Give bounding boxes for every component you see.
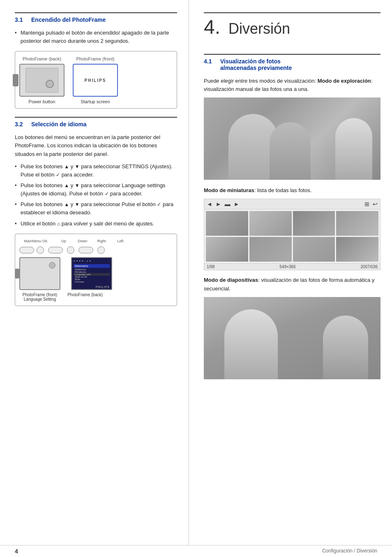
up-icon2: ▲ [64, 182, 69, 190]
section41-num: 4.1 [204, 58, 216, 65]
thumbnail-toolbar: ◄ ► ▬ ► ⊞ ↩ [204, 199, 380, 209]
mode2-bold: Modo de miniaturas [204, 187, 254, 193]
diagram-31-captions: Power button Startup screen [19, 99, 173, 104]
photo-display-1: 01:42 [204, 97, 380, 180]
section-32-intro: Los botones del menú se encuentran en la… [15, 133, 177, 158]
page-number: 4 [15, 548, 18, 555]
photoframe-back-img [19, 64, 65, 97]
person-silhouette-3 [335, 118, 372, 180]
front-device-container: ● ● ● ● ✓ ● Mainmenu Slideshow [71, 257, 116, 290]
play-icon[interactable]: ► [234, 201, 240, 207]
back-device-img [19, 257, 60, 290]
screen-toolbar: ● ● ● ● ✓ ● [74, 260, 110, 262]
screen-check: ✓ [86, 260, 88, 262]
person-silhouette-5 [323, 316, 368, 379]
section-31-header: 3.1 Encendido del PhotoFrame [15, 12, 177, 23]
thumb-4 [336, 211, 378, 236]
status-date: 2007/036 [360, 265, 378, 269]
section-31-bullets: Mantenga pulsado el botón de encendido/ … [15, 29, 177, 45]
lens-icon [46, 80, 54, 88]
photo-display-2: 01:42 [204, 297, 380, 379]
thumb-3 [293, 211, 335, 236]
screen-icon5: ● [90, 260, 91, 262]
controls-labels-row: MainMenu OK Up Down Right Left [19, 239, 173, 243]
bullet-32-4: Utilice el botón ⌂ para volver y salir d… [15, 220, 177, 228]
up-icon: ▲ [64, 163, 69, 171]
footer: 4 Configuración / Diversión [0, 545, 392, 557]
section4-header: 4. Diversión [204, 12, 380, 46]
power-btn-side [15, 269, 19, 278]
next-icon[interactable]: ► [216, 201, 221, 207]
section41-title: Visualización de fotos almacenadas previ… [220, 58, 292, 71]
down-btn[interactable] [67, 246, 74, 254]
mode3-bold: Modo de diapositivas [204, 277, 258, 283]
section41-header: 4.1 Visualización de fotos almacenadas p… [204, 54, 380, 71]
ctrl-label-down: Down [75, 239, 90, 243]
mode1-bold: Modo de exploración [318, 78, 371, 84]
front-device-img: ● ● ● ● ✓ ● Mainmenu Slideshow [71, 257, 112, 290]
diagram-31: PhotoFrame (back) PhotoFrame (front) [15, 51, 177, 109]
bullet-32-3: Pulse los botones ▲ y ▼ para seleccionar… [15, 200, 177, 217]
screen-icon4: ● [82, 260, 83, 262]
diagram-31-inner: PhotoFrame (back) PhotoFrame (front) [19, 56, 173, 97]
section41-title-line1: Visualización de fotos [220, 58, 281, 65]
down-icon2: ▼ [75, 182, 80, 190]
up-icon3: ▲ [64, 201, 69, 209]
left-column: 3.1 Encendido del PhotoFrame Mantenga pu… [0, 0, 189, 545]
expand-icon[interactable]: ⊞ [364, 201, 369, 207]
screen-icon2: ● [76, 260, 78, 262]
right-column: 4. Diversión 4.1 Visualización de fotos … [189, 0, 392, 545]
menu-item-mainmenu: Mainmenu [74, 264, 110, 268]
prev-icon[interactable]: ◄ [207, 201, 212, 207]
back-icon[interactable]: ↩ [373, 201, 378, 207]
ctrl-label-left: Left [113, 239, 128, 243]
photoframe-front-img: PHILIPS [73, 64, 118, 97]
left-btn[interactable] [97, 246, 105, 254]
section-32-title: Selección de idioma [31, 121, 87, 128]
ctrl-label-right: Right [94, 239, 109, 243]
main-btn-group [19, 246, 44, 254]
mainmenu-btn[interactable] [19, 247, 34, 253]
ok-btn[interactable] [37, 246, 44, 254]
devices-row: ● ● ● ● ✓ ● Mainmenu Slideshow [19, 257, 173, 290]
photoframe-back-side: PhotoFrame (back) [19, 56, 65, 97]
section-32-bullets: Pulse los botones ▲ y ▼ para seleccionar… [15, 162, 177, 228]
check-icon: ✓ [56, 171, 60, 179]
front-label: PhotoFrame (front) [76, 56, 115, 61]
check-icon2: ✓ [105, 190, 109, 198]
down-icon: ▼ [75, 163, 80, 171]
thumb-8 [336, 237, 378, 262]
back-label: PhotoFrame (back) [23, 56, 61, 61]
ctrl-label-up: Up [56, 239, 71, 243]
grid-icon[interactable]: ▬ [225, 201, 231, 207]
page: 3.1 Encendido del PhotoFrame Mantenga pu… [0, 0, 392, 557]
thumb-2 [249, 211, 292, 236]
thumbnail-grid [204, 209, 380, 264]
bullet-31-1: Mantenga pulsado el botón de encendido/ … [15, 29, 177, 45]
bullet-32-1: Pulse los botones ▲ y ▼ para seleccionar… [15, 162, 177, 179]
section41-intro-text: Puede elegir entre tres modos de visuali… [204, 78, 316, 84]
section4-title: Diversión [228, 20, 290, 37]
screen-icon1: ● [74, 260, 75, 262]
lens-icon2 [49, 262, 55, 269]
screen-icon3: ● [79, 260, 81, 262]
status-size: 549×366 [279, 265, 295, 269]
diagram-32: MainMenu OK Up Down Right Left [15, 234, 177, 306]
section41-title-line2: almacenadas previamente [220, 65, 292, 71]
thumb-6 [249, 237, 292, 262]
mode3-text: Modo de diapositivas: visualización de l… [204, 276, 380, 292]
menu-item-6: Formato [74, 281, 110, 283]
up-btn[interactable] [48, 247, 63, 253]
photoframe-back-inner [25, 68, 58, 93]
section-32-num: 3.2 [15, 121, 27, 128]
photoframe-front-side: PhotoFrame (front) PHILIPS [73, 56, 118, 97]
thumbnail-statusbar: 1/98 549×366 2007/036 [204, 264, 380, 270]
home-icon: ⌂ [57, 220, 60, 228]
right-btn[interactable] [78, 247, 93, 253]
power-btn-indicator [13, 74, 18, 86]
person-silhouette-4 [224, 309, 278, 379]
section-32-header: 3.2 Selección de idioma [15, 117, 177, 128]
section-31-title: Encendido del PhotoFrame [31, 16, 106, 23]
front-lang-label: PhotoFrame (front) Language Setting [19, 292, 60, 302]
ctrl-label-mainmenu: MainMenu OK [19, 239, 52, 243]
